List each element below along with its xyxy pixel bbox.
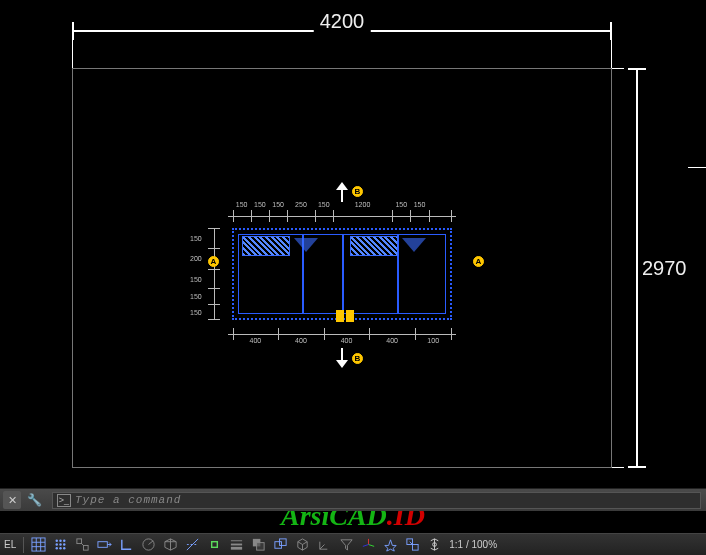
object-snap-2d-icon[interactable]	[205, 536, 223, 554]
svg-line-19	[148, 541, 153, 545]
svg-rect-22	[211, 542, 217, 548]
bottom-dimension-chain: 400 400 400 400 100	[228, 326, 456, 346]
svg-point-12	[59, 547, 61, 549]
dimension-height: 2970	[624, 68, 654, 468]
gizmo-icon[interactable]	[359, 536, 377, 554]
svg-rect-15	[83, 545, 88, 550]
annotation-visibility-icon[interactable]	[381, 536, 399, 554]
close-icon[interactable]: ✕	[3, 491, 21, 509]
svg-line-16	[81, 544, 83, 546]
svg-point-5	[55, 540, 57, 542]
autoscale-icon[interactable]	[403, 536, 421, 554]
isometric-drafting-icon[interactable]	[161, 536, 179, 554]
selection-grip[interactable]	[336, 310, 344, 322]
annotation-scale-value[interactable]: 1:1 / 100%	[449, 539, 497, 550]
svg-line-32	[363, 545, 369, 547]
selection-grip[interactable]	[346, 310, 354, 322]
svg-rect-14	[77, 539, 82, 544]
dimension-width-value: 4200	[314, 10, 371, 33]
dimension-width: 4200	[72, 18, 612, 48]
grid-marker-b-bottom[interactable]: B	[352, 353, 363, 364]
svg-point-13	[63, 547, 65, 549]
status-bar: EL 1:1 / 100%	[0, 533, 706, 555]
drawing-canvas[interactable]: 4200 2970 150 150 150 250 150 1200 150 1…	[0, 0, 706, 488]
polar-tracking-icon[interactable]	[139, 536, 157, 554]
svg-point-11	[55, 547, 57, 549]
command-prompt-icon: >_	[57, 494, 71, 507]
object-snap-3d-icon[interactable]	[293, 536, 311, 554]
selection-cycling-icon[interactable]	[271, 536, 289, 554]
svg-point-9	[59, 543, 61, 545]
svg-rect-0	[32, 538, 45, 551]
dynamic-ucs-icon[interactable]	[315, 536, 333, 554]
left-dimension-chain: 150 200 150 150 150	[194, 228, 224, 320]
selection-filtering-icon[interactable]	[337, 536, 355, 554]
svg-rect-27	[256, 543, 264, 551]
svg-point-6	[59, 540, 61, 542]
svg-point-10	[63, 543, 65, 545]
grid-marker-a-left[interactable]: A	[208, 256, 219, 267]
command-placeholder: Type a command	[75, 494, 181, 506]
dimension-height-value: 2970	[642, 257, 687, 280]
grid-marker-b-top[interactable]: B	[352, 186, 363, 197]
svg-rect-34	[412, 545, 418, 551]
model-tab-label[interactable]: EL	[4, 539, 16, 550]
grid-display-icon[interactable]	[29, 536, 47, 554]
svg-point-8	[55, 543, 57, 545]
transparency-icon[interactable]	[249, 536, 267, 554]
svg-line-31	[368, 545, 374, 547]
dynamic-input-icon[interactable]	[95, 536, 113, 554]
floor-plan-drawing[interactable]: 150 150 150 250 150 1200 150 150 400 400…	[232, 228, 452, 320]
grid-marker-a-right[interactable]: A	[473, 256, 484, 267]
object-snap-tracking-icon[interactable]	[183, 536, 201, 554]
svg-point-7	[63, 540, 65, 542]
annotation-scale-icon[interactable]	[425, 536, 443, 554]
lineweight-icon[interactable]	[227, 536, 245, 554]
ortho-mode-icon[interactable]	[117, 536, 135, 554]
svg-rect-17	[98, 542, 107, 548]
command-line-bar: ✕ 🔧 >_ Type a command	[0, 488, 706, 511]
infer-constraints-icon[interactable]	[73, 536, 91, 554]
wrench-icon[interactable]: 🔧	[24, 491, 44, 509]
snap-mode-icon[interactable]	[51, 536, 69, 554]
command-input[interactable]: >_ Type a command	[52, 492, 701, 509]
top-dimension-chain: 150 150 150 250 150 1200 150 150	[228, 204, 456, 224]
